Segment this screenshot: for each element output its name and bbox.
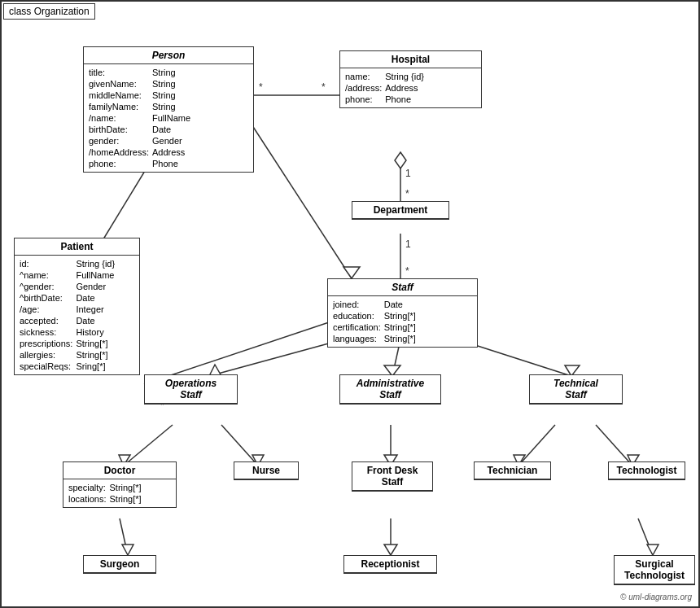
- svg-marker-3: [395, 152, 406, 168]
- surgeon-class: Surgeon: [83, 555, 156, 574]
- surgeon-header: Surgeon: [84, 556, 155, 573]
- svg-line-12: [246, 116, 352, 278]
- doctor-header: Doctor: [63, 462, 176, 479]
- technical-staff-class: TechnicalStaff: [529, 374, 623, 405]
- nurse-header: Nurse: [234, 462, 298, 479]
- technician-header: Technician: [475, 462, 550, 479]
- svg-text:*: *: [259, 81, 263, 93]
- svg-marker-31: [122, 545, 133, 555]
- front-desk-staff-header: Front DeskStaff: [352, 462, 432, 491]
- staff-header: Staff: [328, 279, 477, 296]
- svg-line-28: [596, 425, 632, 466]
- receptionist-class: Receptionist: [343, 555, 437, 574]
- surgical-technologist-class: SurgicalTechnologist: [614, 555, 695, 585]
- technologist-class: Technologist: [608, 461, 685, 480]
- person-body: title:String givenName:String middleName…: [84, 64, 253, 172]
- svg-text:1: 1: [405, 168, 411, 179]
- svg-text:*: *: [322, 81, 326, 93]
- svg-text:*: *: [405, 265, 409, 277]
- operations-staff-header: OperationsStaff: [145, 375, 237, 404]
- patient-header: Patient: [15, 238, 139, 256]
- receptionist-header: Receptionist: [344, 556, 436, 573]
- svg-text:*: *: [405, 188, 409, 199]
- svg-marker-13: [343, 267, 360, 278]
- hospital-class: Hospital name:String {id} /address:Addre…: [339, 50, 482, 108]
- administrative-staff-header: AdministrativeStaff: [340, 375, 440, 404]
- technical-staff-header: TechnicalStaff: [530, 375, 622, 404]
- administrative-staff-class: AdministrativeStaff: [339, 374, 441, 405]
- front-desk-staff-class: Front DeskStaff: [352, 461, 433, 492]
- svg-line-20: [124, 425, 173, 466]
- patient-class: Patient id:String {id} ^name:FullName ^g…: [14, 238, 140, 375]
- surgical-technologist-header: SurgicalTechnologist: [615, 556, 694, 584]
- hospital-body: name:String {id} /address:Address phone:…: [340, 68, 481, 107]
- doctor-class: Doctor specialty:String[*] locations:Str…: [63, 461, 177, 508]
- svg-line-26: [518, 425, 555, 466]
- technologist-header: Technologist: [609, 462, 685, 479]
- svg-marker-33: [384, 545, 397, 555]
- department-header: Department: [352, 202, 448, 219]
- technician-class: Technician: [474, 461, 551, 480]
- department-class: Department: [352, 201, 449, 220]
- patient-body: id:String {id} ^name:FullName ^gender:Ge…: [15, 256, 139, 374]
- svg-marker-35: [647, 545, 658, 555]
- nurse-class: Nurse: [234, 461, 299, 480]
- person-class: Person title:String givenName:String mid…: [83, 46, 254, 173]
- staff-class: Staff joined:Date education:String[*] ce…: [327, 278, 478, 348]
- svg-line-30: [120, 518, 128, 555]
- diagram-title: class Organization: [3, 3, 95, 20]
- person-header: Person: [84, 47, 253, 64]
- svg-line-34: [638, 518, 653, 555]
- doctor-body: specialty:String[*] locations:String[*]: [63, 479, 176, 507]
- hospital-header: Hospital: [340, 51, 481, 68]
- svg-line-14: [209, 339, 343, 376]
- staff-body: joined:Date education:String[*] certific…: [328, 296, 477, 347]
- credit: © uml-diagrams.org: [620, 593, 692, 601]
- svg-line-22: [221, 425, 258, 466]
- diagram-container: class Organization * * 1 * 1 *: [0, 0, 700, 608]
- svg-text:1: 1: [405, 238, 411, 250]
- operations-staff-class: OperationsStaff: [144, 374, 238, 405]
